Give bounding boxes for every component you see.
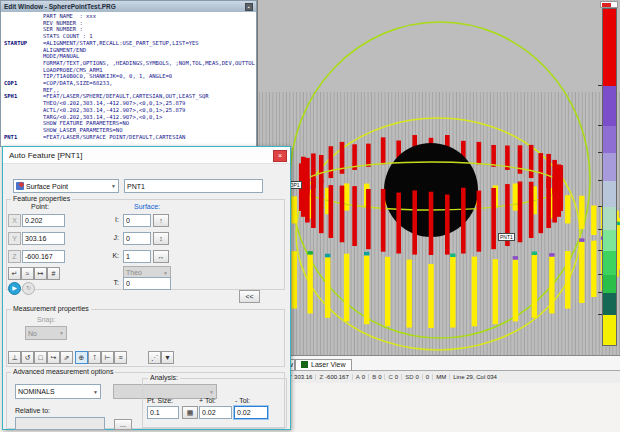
code-line[interactable]: SPH1=FEAT/LASER/SPHERE/DEFAULT,CARTESIAN…	[4, 93, 256, 100]
code-text: SHOW FEATURE PARAMETERS=NO	[43, 120, 129, 127]
code-line[interactable]: SHOW FEATURE PARAMETERS=NO	[4, 120, 256, 127]
code-line[interactable]: REV NUMBER :	[4, 20, 256, 27]
feature-name-input[interactable]	[124, 179, 263, 193]
pt-size-icon[interactable]: ▦	[182, 406, 198, 419]
code-line[interactable]: ACTL/<0.202,303.14,-412.907>,<0,0,1>,25.…	[4, 107, 256, 114]
plus-tol-label: + Tol:	[199, 397, 216, 404]
pattern-icon[interactable]: #	[47, 267, 60, 280]
density-icon[interactable]: ≡	[114, 351, 127, 364]
surface-point-icon	[16, 182, 24, 190]
colorbar-segment	[603, 230, 616, 251]
dialog-titlebar[interactable]: Auto Feature [PNT1]	[3, 147, 290, 164]
code-text: REF,,	[43, 87, 60, 94]
y-axis-button[interactable]: Y	[8, 232, 21, 245]
surface-j-input[interactable]	[123, 232, 151, 245]
status-field: 0	[423, 374, 433, 380]
tab-laser-view[interactable]: Laser View	[295, 359, 352, 370]
code-line[interactable]: STATS COUNT : 1	[4, 33, 256, 40]
edit-window-titlebar: Edit Window - SpherePointTest.PRG ▪	[1, 1, 256, 12]
minus-tol-input[interactable]	[234, 406, 268, 419]
chevron-down-icon: ▼	[163, 270, 168, 276]
code-line[interactable]: REF,,	[4, 87, 256, 94]
z-axis-button[interactable]: Z	[8, 250, 21, 263]
status-field: Line 29, Col 034	[450, 374, 500, 380]
code-line[interactable]: TIP/T1A0B0C0, SHANKIJK=0, 0, 1, ANGLE=0	[4, 73, 256, 80]
point-z-input[interactable]	[22, 250, 65, 263]
feature-type-combo[interactable]: Surface Point ▼	[13, 179, 119, 193]
plus-tol-input[interactable]	[199, 406, 232, 419]
align-direction-icon[interactable]: ↔	[153, 250, 169, 263]
code-text: MODE/MANUAL	[43, 53, 79, 60]
point-x-input[interactable]	[22, 214, 65, 227]
code-line[interactable]: LOADPROBE/CMS_ARM1	[4, 67, 256, 74]
path-icon[interactable]: ⋰	[148, 351, 161, 364]
nominals-combo[interactable]: NOMINALS ▼	[15, 384, 101, 399]
close-icon[interactable]: ×	[273, 150, 287, 162]
filter-icon[interactable]: ▼	[161, 351, 174, 364]
test-play-button[interactable]: ▶	[8, 282, 21, 295]
reroute-icon[interactable]: ↪	[47, 351, 60, 364]
relative-to-label: Relative to:	[15, 407, 50, 414]
code-area[interactable]: PART NAME : xxxREV NUMBER :SER NUMBER :S…	[1, 12, 256, 146]
touch-icon[interactable]: ⊺	[88, 351, 101, 364]
chevron-down-icon: ▼	[111, 183, 116, 189]
code-line[interactable]: STARTUP=ALIGNMENT/START,RECALL:USE_PART_…	[4, 40, 256, 47]
surface-k-input[interactable]	[123, 250, 151, 263]
pcdmis-app: COP1 PNT1 w Laser View X0.202Y303.16Z-60…	[0, 0, 620, 432]
target-icon[interactable]: ⊕	[75, 351, 88, 364]
width-icon[interactable]: ⊢	[101, 351, 114, 364]
colorbar-segment	[603, 293, 616, 316]
j-label: J:	[103, 234, 119, 241]
code-text: REV NUMBER :	[43, 20, 83, 27]
flip-direction-icon[interactable]: ↕	[153, 232, 169, 245]
code-label	[4, 127, 43, 134]
offset-icon[interactable]: ↦	[34, 267, 47, 280]
status-field: B0	[369, 374, 385, 380]
pt-size-input[interactable]	[147, 406, 179, 419]
snap-point-icon[interactable]: ↵	[8, 267, 21, 280]
find-noms-icon[interactable]: ≈	[21, 267, 34, 280]
code-line[interactable]: PNT1=FEAT/LASER/SURFACE POINT/DEFAULT,CA…	[4, 134, 256, 141]
code-label	[4, 60, 43, 67]
code-line[interactable]: THEO/<0.202,303.14,-412.907>,<0,0,1>,25.…	[4, 100, 256, 107]
surface-i-input[interactable]	[123, 214, 151, 227]
code-label	[4, 100, 43, 107]
code-line[interactable]: TARG/<0.202,303.14,-412.907>,<0,0,1>	[4, 114, 256, 121]
code-line[interactable]: COP1=COP/DATA,SIZE=68233,	[4, 80, 256, 87]
surface-header[interactable]: Surface:	[134, 203, 160, 210]
code-line[interactable]: MODE/MANUAL	[4, 53, 256, 60]
undo-icon[interactable]: ↺	[21, 351, 34, 364]
browse-button[interactable]: ...	[114, 419, 132, 430]
x-axis-button[interactable]: X	[8, 214, 21, 227]
status-field: MM	[433, 374, 450, 380]
trend-icon[interactable]: ⇗	[60, 351, 73, 364]
laser-view-icon	[301, 361, 308, 368]
feature-type-value: Surface Point	[26, 183, 68, 190]
pt-size-label: Pt. Size:	[147, 397, 173, 404]
colorbar-scale[interactable]	[602, 8, 617, 346]
auto-feature-dialog: Auto Feature [PNT1] × Surface Point ▼ Fe…	[2, 146, 291, 430]
reset-button[interactable]: ↻	[22, 282, 35, 295]
code-line[interactable]: SER NUMBER :	[4, 26, 256, 33]
code-line[interactable]: PART NAME : xxx	[4, 13, 256, 20]
code-text: SER NUMBER :	[43, 26, 83, 33]
probe-direction-icon[interactable]: ↑	[153, 214, 169, 227]
scan-plot[interactable]	[258, 0, 620, 356]
t-value-input[interactable]	[123, 277, 171, 290]
anchor-icon[interactable]: ⊥	[8, 351, 21, 364]
code-line[interactable]: SHOW_LASER_PARAMETERS=NO	[4, 127, 256, 134]
point-y-input[interactable]	[22, 232, 65, 245]
i-label: I:	[103, 216, 119, 223]
code-text: TARG/<0.202,303.14,-412.907>,<0,0,1>	[43, 114, 162, 121]
colorbar-segment	[603, 86, 616, 126]
snap-value: No	[28, 330, 37, 337]
code-line[interactable]: ALIGNMENT/END	[4, 47, 256, 54]
graphics-view[interactable]: COP1 PNT1	[257, 0, 620, 356]
window-control-button[interactable]: ▪	[245, 3, 253, 11]
code-line[interactable]: FORMAT/TEXT,OPTIONS, ,HEADINGS,SYMBOLS, …	[4, 60, 256, 67]
region-icon[interactable]: □	[34, 351, 47, 364]
collapse-dialog-button[interactable]: <<	[239, 290, 260, 303]
pnt1-label[interactable]: PNT1	[498, 233, 515, 241]
colorbar-segment	[603, 153, 616, 181]
minus-tol-label: - Tol:	[235, 397, 250, 404]
